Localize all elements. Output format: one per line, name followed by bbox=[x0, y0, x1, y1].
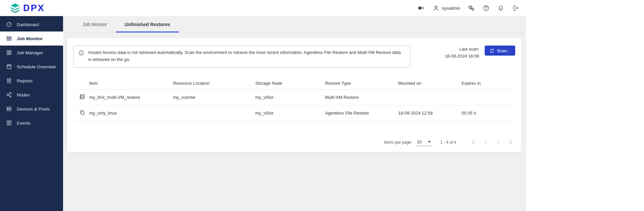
cell-restore-type: Agentless File Restore bbox=[325, 111, 398, 116]
logo-text: DPX bbox=[23, 3, 45, 13]
first-page-button[interactable] bbox=[470, 138, 478, 147]
schedule-icon bbox=[6, 64, 12, 70]
column-header-expires-in: Expires in bbox=[462, 81, 515, 86]
main-content: Job Monitor Unfinished Restores bbox=[63, 16, 526, 211]
scan-button[interactable]: Scan... bbox=[485, 46, 515, 56]
sidebar-item-schedule-overview[interactable]: Schedule Overview bbox=[0, 60, 63, 74]
topbar: DPX sysadmin bbox=[0, 0, 526, 16]
sidebar-item-label: Job Manager bbox=[17, 50, 43, 55]
items-per-page-select[interactable]: 10 bbox=[416, 139, 432, 146]
column-header-mounted-on: Mounted on bbox=[398, 81, 462, 86]
cell-storage-node: my_vStor bbox=[255, 95, 325, 100]
panel-header: Instant Access data is not retrieved aut… bbox=[73, 46, 515, 68]
dashboard-icon bbox=[6, 21, 12, 27]
sidebar-item-reports[interactable]: Reports bbox=[0, 74, 63, 88]
info-banner: Instant Access data is not retrieved aut… bbox=[73, 46, 411, 68]
multi-vm-restore-icon bbox=[79, 94, 85, 100]
sidebar-item-label: Nodes bbox=[17, 92, 30, 97]
column-header-item: Item bbox=[89, 81, 173, 86]
spacer bbox=[73, 121, 515, 135]
nodes-icon bbox=[6, 92, 12, 98]
sidebar-item-label: Events bbox=[17, 121, 31, 126]
info-icon bbox=[78, 50, 84, 56]
info-banner-text: Instant Access data is not retrieved aut… bbox=[88, 49, 405, 63]
column-header-restore-type: Restore Type bbox=[325, 81, 398, 86]
sidebar-item-job-monitor[interactable]: Job Monitor bbox=[0, 31, 63, 46]
sidebar-item-label: Job Monitor bbox=[17, 36, 43, 41]
previous-page-icon bbox=[483, 139, 489, 145]
last-scan-value: 18-09-2024 16:06 bbox=[445, 53, 479, 60]
tab-bar: Job Monitor Unfinished Restores bbox=[63, 16, 526, 33]
job-monitor-icon bbox=[6, 36, 12, 42]
table-header-row: Item Resource Location Storage Node Rest… bbox=[73, 77, 515, 90]
tab-label: Job Monitor bbox=[83, 22, 107, 27]
agentless-file-restore-icon bbox=[79, 110, 85, 116]
pagination-range: 1 - 4 of 4 bbox=[440, 140, 456, 145]
cell-expires-in: 00:35 h bbox=[462, 111, 515, 116]
previous-page-button[interactable] bbox=[482, 138, 490, 147]
scan-button-label: Scan... bbox=[497, 48, 511, 53]
sidebar-item-devices-pools[interactable]: Devices & Pools bbox=[0, 102, 63, 116]
unfinished-restores-panel: Instant Access data is not retrieved aut… bbox=[67, 38, 521, 152]
sidebar: Dashboard Job Monitor Job Manage bbox=[0, 16, 63, 211]
settings-gears-icon[interactable] bbox=[468, 4, 475, 12]
dpx-logo-icon bbox=[10, 3, 20, 13]
username: sysadmin bbox=[442, 6, 460, 11]
help-icon[interactable] bbox=[482, 4, 490, 12]
devices-icon bbox=[6, 106, 12, 112]
chevron-down-icon bbox=[428, 141, 431, 143]
sidebar-item-label: Schedule Overview bbox=[17, 64, 56, 69]
items-per-page: Items per page: 10 bbox=[384, 139, 431, 146]
cell-mounted-on: 18-09-2024 12:58 bbox=[398, 111, 462, 116]
user-icon bbox=[432, 4, 440, 12]
table-row[interactable]: my_only_linux my_vStor Agentless File Re… bbox=[73, 105, 515, 121]
first-page-icon bbox=[471, 139, 477, 145]
app-window: DPX sysadmin bbox=[0, 0, 526, 211]
events-icon bbox=[6, 120, 12, 126]
theme-toggle-icon[interactable] bbox=[418, 4, 425, 12]
cell-item: my_only_linux bbox=[89, 111, 173, 116]
pagination-controls bbox=[470, 138, 515, 147]
sidebar-item-job-manager[interactable]: Job Manager bbox=[0, 46, 63, 60]
next-page-button[interactable] bbox=[494, 138, 502, 147]
column-header-storage-node: Storage Node bbox=[255, 81, 325, 86]
topbar-actions: sysadmin bbox=[418, 4, 519, 12]
last-scan-label: Last scan: bbox=[445, 46, 479, 53]
sidebar-item-nodes[interactable]: Nodes bbox=[0, 88, 63, 102]
column-header-resource-location: Resource Location bbox=[173, 81, 255, 86]
last-page-button[interactable] bbox=[506, 138, 515, 147]
job-manager-icon bbox=[6, 50, 12, 56]
tab-label: Unfinished Restores bbox=[124, 22, 170, 27]
sidebar-item-label: Dashboard bbox=[17, 22, 39, 27]
sidebar-item-label: Devices & Pools bbox=[17, 107, 50, 112]
page: DPX sysadmin bbox=[0, 0, 644, 211]
cell-resource-location: my_vcenter bbox=[173, 95, 255, 100]
sidebar-item-events[interactable]: Events bbox=[0, 116, 63, 130]
user-menu[interactable]: sysadmin bbox=[432, 4, 460, 12]
scan-refresh-icon bbox=[489, 48, 494, 53]
tab-unfinished-restores[interactable]: Unfinished Restores bbox=[116, 16, 179, 32]
last-scan: Last scan: 18-09-2024 16:06 bbox=[445, 46, 479, 60]
items-per-page-label: Items per page: bbox=[384, 140, 412, 145]
next-page-icon bbox=[495, 139, 501, 145]
dpx-logo: DPX bbox=[10, 3, 45, 13]
tab-job-monitor[interactable]: Job Monitor bbox=[74, 16, 116, 32]
logout-icon[interactable] bbox=[512, 4, 519, 12]
restores-table: Item Resource Location Storage Node Rest… bbox=[73, 77, 515, 121]
sidebar-item-dashboard[interactable]: Dashboard bbox=[0, 17, 63, 31]
cell-item: my_first_multi-VM_restore bbox=[89, 95, 173, 100]
cell-storage-node: my_vStor bbox=[255, 111, 325, 116]
cell-restore-type: Multi-VM Restore bbox=[325, 95, 398, 100]
table-row[interactable]: my_first_multi-VM_restore my_vcenter my_… bbox=[73, 90, 515, 105]
scan-area: Last scan: 18-09-2024 16:06 Scan... bbox=[438, 46, 515, 60]
reports-icon bbox=[6, 78, 12, 84]
last-page-icon bbox=[507, 139, 513, 145]
sidebar-item-label: Reports bbox=[17, 78, 33, 83]
items-per-page-value: 10 bbox=[417, 139, 422, 144]
notifications-bell-icon[interactable] bbox=[497, 4, 504, 12]
pagination-bar: Items per page: 10 1 - 4 of 4 bbox=[73, 135, 515, 150]
